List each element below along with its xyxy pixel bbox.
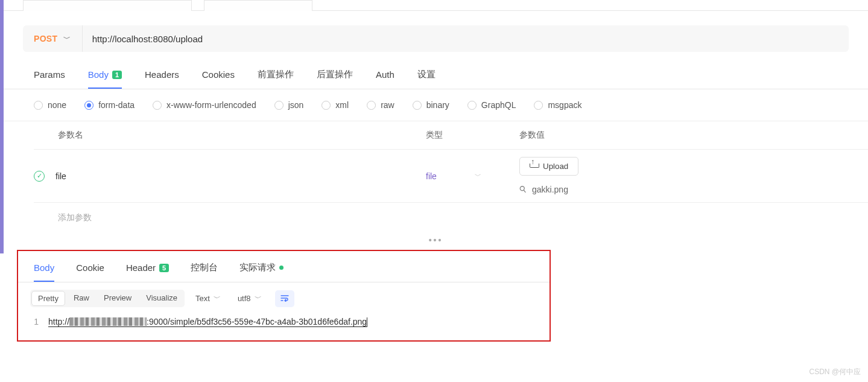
resp-tab-actual[interactable]: 实际请求 [239,262,284,282]
radio-form-data[interactable]: form-data [84,100,135,110]
tab-pre-request[interactable]: 前置操作 [258,69,294,89]
radio-xml[interactable]: xml [322,100,349,110]
body-count-badge: 1 [112,71,122,79]
request-tabs: Params Body 1 Headers Cookies 前置操作 后置操作 … [4,52,868,89]
view-mode-group: Pretty Raw Preview Visualize [30,290,185,307]
http-method: POST [34,34,57,43]
radio-icon [534,101,543,110]
line-number: 1 [30,317,48,327]
tab-cookies[interactable]: Cookies [202,69,235,89]
radio-icon [274,101,284,110]
resp-tab-console[interactable]: 控制台 [191,262,218,282]
response-panel: Body Cookie Header 5 控制台 实际请求 Pretty Raw… [17,250,551,342]
tab-placeholder[interactable] [204,0,312,11]
tab-headers[interactable]: Headers [145,69,179,89]
response-tabs: Body Cookie Header 5 控制台 实际请求 [18,257,550,282]
radio-icon [322,101,331,110]
param-type-select[interactable]: file ﹀ [426,171,519,181]
col-header-type: 类型 [426,130,519,141]
radio-msgpack[interactable]: msgpack [534,100,581,110]
view-visualize[interactable]: Visualize [139,290,185,307]
resp-tab-cookie[interactable]: Cookie [76,262,104,282]
status-dot-icon [279,266,284,270]
response-body-code[interactable]: 1 http://:9000/simple/b5df3c56-559e-47bc… [18,312,550,327]
col-header-name: 参数名 [34,130,426,141]
resp-tab-body[interactable]: Body [34,262,54,282]
radio-json[interactable]: json [274,100,304,110]
tab-post-request[interactable]: 后置操作 [317,69,353,89]
radio-icon [367,101,376,110]
resize-handle[interactable]: ••• [4,233,868,247]
response-toolbar: Pretty Raw Preview Visualize Text ﹀ utf8… [18,282,550,312]
col-header-value: 参数值 [519,130,868,141]
url-input[interactable] [83,25,849,52]
resp-tab-header[interactable]: Header 5 [126,262,169,282]
left-accent-strip [0,0,4,253]
table-row[interactable]: ✓ file file ﹀ Upload ⚲ gakki.png [34,150,868,203]
encoding-select[interactable]: utf8 ﹀ [232,290,268,307]
attachment-file[interactable]: ⚲ gakki.png [519,184,868,195]
radio-icon [467,101,477,110]
header-count-badge: 5 [159,264,169,272]
chevron-down-icon: ﹀ [214,293,221,304]
http-method-select[interactable]: POST ﹀ [23,25,83,52]
radio-raw[interactable]: raw [367,100,394,110]
check-icon[interactable]: ✓ [34,171,45,182]
radio-urlencoded[interactable]: x-www-form-urlencoded [153,100,256,110]
tab-settings[interactable]: 设置 [417,69,436,89]
redacted-host [69,317,147,326]
radio-graphql[interactable]: GraphQL [467,100,516,110]
tab-body[interactable]: Body 1 [88,69,122,89]
radio-icon [413,101,422,110]
chevron-down-icon: ﹀ [475,171,481,180]
wrap-lines-button[interactable] [275,290,294,307]
editor-tabs [4,0,868,11]
radio-none[interactable]: none [34,100,66,110]
radio-icon [153,101,162,110]
response-line[interactable]: http://:9000/simple/b5df3c56-559e-47bc-a… [48,317,367,327]
wrap-icon [280,294,289,302]
param-name[interactable]: file [55,171,66,181]
tab-placeholder[interactable] [23,0,192,11]
request-bar: POST ﹀ [23,25,849,52]
format-select[interactable]: Text ﹀ [189,290,227,307]
tab-auth[interactable]: Auth [376,69,394,89]
chevron-down-icon: ﹀ [63,34,71,44]
paperclip-icon: ⚲ [517,183,529,196]
view-pretty[interactable]: Pretty [31,291,65,306]
view-raw[interactable]: Raw [66,290,97,307]
tab-params[interactable]: Params [34,69,65,89]
add-param-row[interactable]: 添加参数 [34,203,868,233]
upload-button[interactable]: Upload [519,157,578,176]
radio-binary[interactable]: binary [413,100,449,110]
view-preview[interactable]: Preview [97,290,139,307]
radio-icon [84,101,93,110]
table-header: 参数名 类型 参数值 [34,121,868,150]
body-type-selector: none form-data x-www-form-urlencoded jso… [4,89,868,121]
text-cursor [367,317,367,327]
form-data-table: 参数名 类型 参数值 ✓ file file ﹀ Upload [4,121,868,233]
chevron-down-icon: ﹀ [255,293,262,304]
radio-icon [34,101,43,110]
